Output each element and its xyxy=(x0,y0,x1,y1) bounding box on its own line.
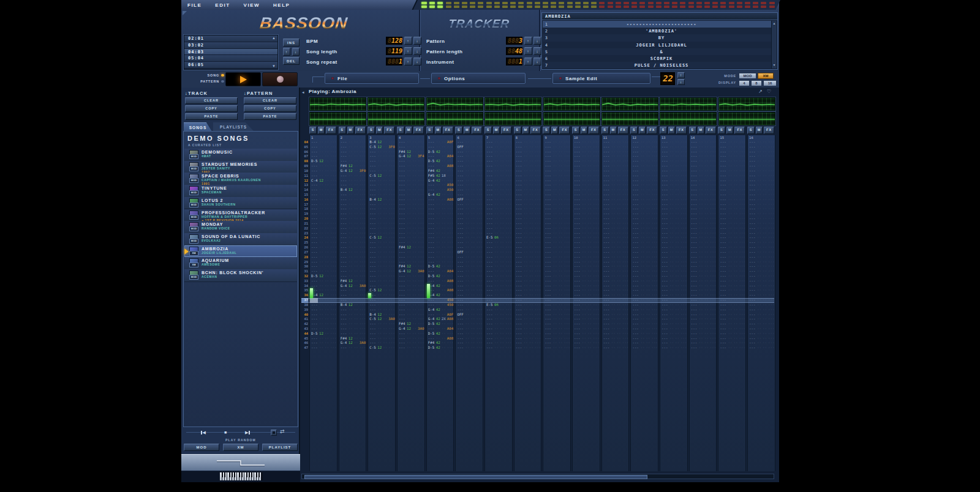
pattern-cell[interactable]: B-412····· xyxy=(341,303,367,308)
track-4-m-button[interactable]: M xyxy=(405,127,412,134)
pattern-cell[interactable]: ---······· xyxy=(574,274,600,279)
pattern-cell[interactable]: ---······· xyxy=(720,303,746,308)
pattern-cell[interactable]: ---······· xyxy=(720,240,746,245)
pattern-cell[interactable]: ---······· xyxy=(545,174,571,179)
pattern-cell[interactable]: ---······· xyxy=(574,231,600,236)
pattern-cell[interactable]: ---······· xyxy=(369,212,396,217)
pattern-cell[interactable]: ---······· xyxy=(632,203,658,207)
pattern-cell[interactable]: ---······· xyxy=(749,174,775,179)
pattern-cell[interactable]: ---······· xyxy=(691,322,717,327)
pattern-cell[interactable]: ---······· xyxy=(486,298,513,303)
pattern-cell[interactable]: ---······· xyxy=(311,150,337,155)
pattern-cell[interactable]: ---······· xyxy=(720,231,746,236)
track-3-s-button[interactable]: S xyxy=(368,127,375,134)
pattern-cell[interactable]: ---······· xyxy=(399,174,425,179)
pattern-cell[interactable]: ---······· xyxy=(574,140,600,145)
pattern-cell[interactable]: ---······· xyxy=(662,207,688,212)
pattern-cell[interactable]: E-506····· xyxy=(486,303,513,308)
instrument-down-button[interactable]: ↓ xyxy=(677,79,685,85)
pattern-cell[interactable]: ---······· xyxy=(486,313,513,318)
pattern-cell[interactable]: ---······· xyxy=(691,226,717,231)
pattern-cell[interactable]: ---······· xyxy=(749,183,775,188)
pattern-cell[interactable]: ---······· xyxy=(516,150,542,155)
pattern-cell[interactable]: ---······· xyxy=(662,308,688,313)
pattern-cell[interactable]: ---······· xyxy=(545,288,571,293)
track-9-fx-button[interactable]: FX xyxy=(559,127,570,134)
pattern-cell[interactable]: ---······· xyxy=(574,164,600,169)
pattern-cell[interactable]: ---······· xyxy=(720,260,746,265)
pattern-cell[interactable]: ---······· xyxy=(428,222,454,226)
pattern-cell[interactable]: ---······· xyxy=(632,346,658,351)
pattern-cell[interactable]: ---······· xyxy=(428,217,454,222)
pattern-cell[interactable]: ---······· xyxy=(545,212,571,217)
track-15-s-button[interactable]: S xyxy=(718,127,725,134)
pattern-cell[interactable]: ---······· xyxy=(486,269,513,274)
pattern-cell[interactable]: ---······· xyxy=(603,303,630,308)
pattern-cell[interactable]: ---······· xyxy=(516,154,542,159)
pattern-cell[interactable]: ---······· xyxy=(399,288,425,293)
pattern-cell[interactable]: ---······· xyxy=(603,293,630,298)
pattern-cell[interactable]: ---······· xyxy=(749,203,775,207)
pattern-cell[interactable]: ---······· xyxy=(341,145,367,150)
pattern-cell[interactable]: ---······· xyxy=(632,198,658,203)
pattern-cell[interactable]: ---······· xyxy=(516,179,542,184)
display-8-button[interactable]: 8 xyxy=(751,80,762,86)
pattern-cell[interactable]: ---······· xyxy=(749,226,775,231)
track-4-fx-button[interactable]: FX xyxy=(413,127,424,134)
pattern-cell[interactable]: G-412··3A0 xyxy=(399,327,425,332)
pattern-cell[interactable]: ---······· xyxy=(369,269,396,274)
pattern-cell[interactable]: ---······· xyxy=(516,193,542,198)
pattern-cell[interactable]: F#412····· xyxy=(341,164,367,169)
pattern-cell[interactable]: ---······· xyxy=(516,226,542,231)
pattern-cell[interactable]: ---······· xyxy=(369,264,396,269)
pattern-cell[interactable]: ---······· xyxy=(486,207,513,212)
pattern-cell[interactable]: ---······· xyxy=(545,159,571,164)
pattern-cell[interactable]: ---······· xyxy=(603,207,630,212)
pattern-track-8[interactable]: 8---·······---·······---·······---······… xyxy=(514,135,542,471)
pattern-cell[interactable]: ---······· xyxy=(341,231,367,236)
pattern-cell[interactable]: ---······· xyxy=(545,217,571,222)
pattern-cell[interactable]: ---······· xyxy=(486,145,513,150)
filter-mod-button[interactable]: MOD xyxy=(184,444,219,451)
pattern-cell[interactable]: ---······· xyxy=(545,341,571,346)
track-8-fx-button[interactable]: FX xyxy=(530,127,541,134)
shuffle-checkbox[interactable] xyxy=(271,430,277,436)
pattern-cell[interactable]: ---······· xyxy=(369,188,396,193)
pattern-cell[interactable]: ---······· xyxy=(574,260,600,265)
pattern-cell[interactable]: G-4422XA08 xyxy=(428,317,454,322)
pattern-cell[interactable]: ---······· xyxy=(457,179,483,184)
pattern-track-4[interactable]: 4---·······---·······F#412·····G-412··3F… xyxy=(397,135,425,471)
pattern-cell[interactable]: ---······· xyxy=(399,255,425,260)
pattern-cell[interactable]: ---······· xyxy=(341,159,367,164)
pattern-cell[interactable]: ---······· xyxy=(662,284,688,289)
pattern-cell[interactable]: ---······· xyxy=(603,179,630,184)
pattern-cell[interactable]: ---······· xyxy=(457,288,483,293)
pattern-cell[interactable]: ---······· xyxy=(632,179,658,184)
pattern-cell[interactable]: ---······· xyxy=(603,154,630,159)
pattern-cell[interactable]: ---······· xyxy=(574,188,600,193)
pattern-cell[interactable]: ---······· xyxy=(516,164,542,169)
piano-black-key[interactable] xyxy=(239,472,240,477)
pattern-cell[interactable]: ---····A08 xyxy=(428,164,454,169)
pattern-cell[interactable]: ---······· xyxy=(691,236,717,240)
pattern-cell[interactable]: ---······· xyxy=(691,203,717,207)
pattern-cell[interactable]: ---······· xyxy=(574,332,600,337)
pattern-cell[interactable]: ---······· xyxy=(720,169,746,174)
pattern-cell[interactable]: ---······· xyxy=(662,250,688,255)
pattern-cell[interactable]: ---······· xyxy=(399,145,425,150)
pattern-cell[interactable]: ---······· xyxy=(603,279,630,284)
pattern-cell[interactable]: ---······· xyxy=(662,217,688,222)
heart-icon[interactable]: ♡ xyxy=(767,89,771,94)
pattern-cell[interactable]: ---······· xyxy=(486,337,513,341)
pattern-cell[interactable]: ---······· xyxy=(691,174,717,179)
pattern-cell[interactable]: ---······· xyxy=(662,327,688,332)
pattern-cell[interactable]: ---······· xyxy=(486,245,513,250)
pattern-cell[interactable]: ---······· xyxy=(603,255,630,260)
pattern-cell[interactable]: ---······· xyxy=(603,183,630,188)
pattern-cell[interactable]: ---······· xyxy=(516,317,542,322)
pattern-cell[interactable]: ---······· xyxy=(603,341,630,346)
pattern-cell[interactable]: ---······· xyxy=(516,198,542,203)
pattern-cell[interactable]: ---······· xyxy=(369,193,396,198)
pattern-cell[interactable]: ---······· xyxy=(516,207,542,212)
pattern-cell[interactable]: ---······· xyxy=(399,203,425,207)
